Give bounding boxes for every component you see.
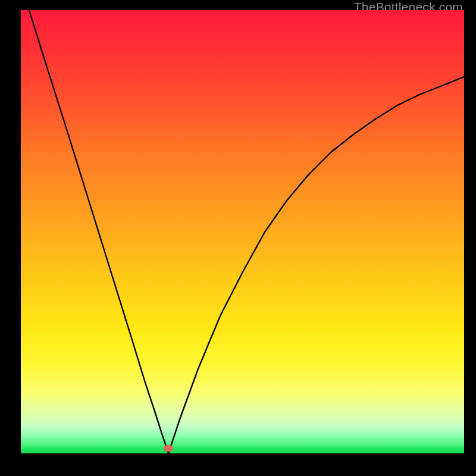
bottleneck-curve	[21, 10, 464, 453]
curve-svg	[21, 10, 464, 453]
chart-frame: TheBottleneck.com	[0, 0, 476, 476]
bottleneck-marker	[164, 445, 173, 452]
plot-area	[21, 10, 464, 453]
